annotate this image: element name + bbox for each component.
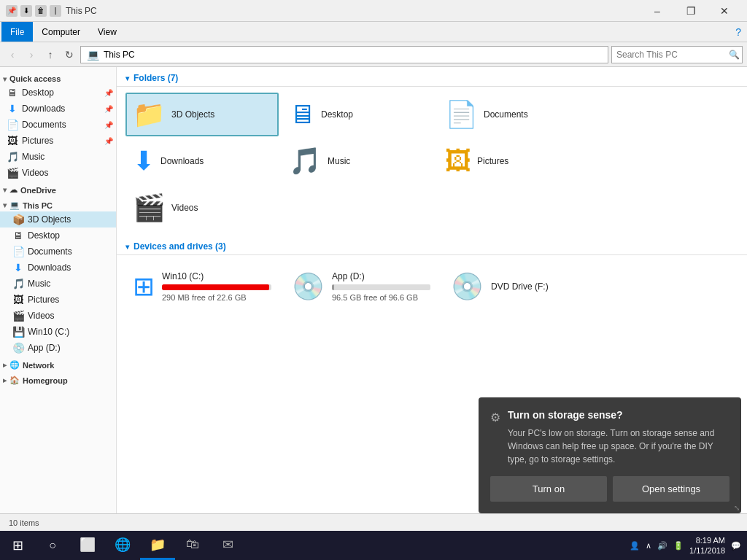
sidebar-group-homegroup[interactable]: ▸ 🏠 Homegroup bbox=[0, 371, 116, 386]
sidebar-group-this-pc[interactable]: ▾ 💻 This PC bbox=[0, 196, 116, 211]
search-icon: 🔍 bbox=[729, 50, 740, 60]
search-button[interactable]: ○ bbox=[35, 531, 70, 560]
tab-computer[interactable]: Computer bbox=[33, 22, 89, 42]
sidebar-item-pc-downloads[interactable]: ⬇ Downloads bbox=[0, 260, 116, 276]
address-path-text: This PC bbox=[104, 50, 135, 60]
sidebar-item-pc-videos[interactable]: 🎬 Videos bbox=[0, 308, 116, 324]
sidebar-item-label: Documents bbox=[28, 246, 72, 257]
volume-icon[interactable]: 🔊 bbox=[657, 541, 667, 551]
drive-d-bar-bg bbox=[332, 284, 430, 290]
tab-file[interactable]: File bbox=[1, 22, 33, 42]
quick-access-label: Quick access bbox=[9, 74, 61, 83]
desktop-folder-icon: 🖥 bbox=[289, 99, 315, 130]
3dobjects-folder-icon: 📁 bbox=[133, 99, 166, 130]
folder-item-pictures[interactable]: 🖼 Pictures bbox=[438, 139, 591, 183]
search-box[interactable]: 🔍 bbox=[611, 46, 743, 63]
downloads-icon: ⬇ bbox=[6, 103, 19, 114]
sidebar-item-videos[interactable]: 🎬 Videos bbox=[0, 165, 116, 181]
quick-access-icon-3[interactable]: 🗑 bbox=[35, 5, 47, 17]
quick-access-icon-1[interactable]: 📌 bbox=[6, 5, 18, 17]
drive-item-f[interactable]: 💿 DVD Drive (F:) bbox=[444, 261, 597, 312]
taskbar-store[interactable]: 🛍 bbox=[175, 531, 210, 560]
taskbar-explorer[interactable]: 📁 bbox=[140, 531, 175, 560]
sidebar-group-quick-access[interactable]: ▾ Quick access bbox=[0, 70, 116, 85]
sidebar: ▾ Quick access 🖥 Desktop 📌 ⬇ Downloads 📌… bbox=[0, 67, 117, 513]
chevron-up-icon[interactable]: ∧ bbox=[646, 541, 651, 551]
sidebar-item-pc-music[interactable]: 🎵 Music bbox=[0, 276, 116, 292]
task-view-button[interactable]: ⬜ bbox=[70, 531, 105, 560]
sidebar-item-label: Videos bbox=[28, 311, 54, 321]
notification-icon[interactable]: 💬 bbox=[731, 541, 741, 551]
help-icon[interactable]: ? bbox=[735, 26, 747, 38]
drives-section-header[interactable]: ▾ Devices and drives (3) bbox=[117, 236, 747, 255]
notif-title: Turn on storage sense? bbox=[508, 409, 729, 421]
folder-label-pictures: Pictures bbox=[477, 156, 508, 166]
date-display: 1/11/2018 bbox=[689, 545, 725, 556]
battery-icon[interactable]: 🔋 bbox=[673, 541, 684, 551]
sidebar-item-downloads[interactable]: ⬇ Downloads 📌 bbox=[0, 101, 116, 117]
pics-folder-icon: 🖼 bbox=[445, 146, 471, 176]
music-icon: 🎵 bbox=[6, 151, 19, 163]
sidebar-item-pc-desktop[interactable]: 🖥 Desktop bbox=[0, 228, 116, 244]
sidebar-group-onedrive[interactable]: ▾ ☁ OneDrive bbox=[0, 181, 116, 196]
sidebar-item-pc-pictures[interactable]: 🖼 Pictures bbox=[0, 292, 116, 308]
pin-indicator: 📌 bbox=[104, 137, 113, 145]
taskbar-right: 👤 ∧ 🔊 🔋 8:19 AM 1/11/2018 💬 bbox=[630, 535, 747, 556]
drive-d-bar-fill bbox=[332, 284, 334, 290]
homegroup-label: Homegroup bbox=[23, 376, 68, 385]
sidebar-item-music[interactable]: 🎵 Music bbox=[0, 149, 116, 165]
forward-button[interactable]: › bbox=[23, 47, 39, 63]
thispc-icon: 💻 bbox=[9, 201, 20, 210]
sidebar-group-network[interactable]: ▸ 🌐 Network bbox=[0, 356, 116, 371]
drive-f-info: DVD Drive (F:) bbox=[491, 281, 589, 292]
turn-on-button[interactable]: Turn on bbox=[490, 476, 607, 502]
window-title: This PC bbox=[66, 6, 97, 16]
maximize-button[interactable]: ❐ bbox=[674, 0, 708, 22]
sidebar-item-thispc[interactable]: 📦 3D Objects bbox=[0, 211, 116, 228]
back-button[interactable]: ‹ bbox=[4, 47, 20, 63]
ddrive-icon: 💿 bbox=[12, 342, 25, 354]
close-button[interactable]: ✕ bbox=[708, 0, 741, 22]
sidebar-item-d-drive[interactable]: 💿 App (D:) bbox=[0, 340, 116, 356]
drives-arrow: ▾ bbox=[125, 243, 129, 251]
win10-drive-icon: ⊞ bbox=[133, 271, 155, 302]
folders-section-header[interactable]: ▾ Folders (7) bbox=[117, 67, 747, 87]
drive-item-c[interactable]: ⊞ Win10 (C:) 290 MB free of 22.6 GB bbox=[125, 261, 279, 312]
folder-label-desktop: Desktop bbox=[321, 109, 353, 120]
address-path[interactable]: 💻 This PC bbox=[80, 46, 608, 63]
tab-view[interactable]: View bbox=[89, 22, 125, 42]
folder-item-videos[interactable]: 🎬 Videos bbox=[125, 186, 279, 230]
sidebar-item-desktop[interactable]: 🖥 Desktop 📌 bbox=[0, 85, 116, 101]
sidebar-item-c-drive[interactable]: 💾 Win10 (C:) bbox=[0, 324, 116, 340]
network-arrow: ▸ bbox=[3, 361, 7, 369]
quick-access-icon-2[interactable]: ⬇ bbox=[20, 5, 32, 17]
network-icon: 🌐 bbox=[9, 360, 20, 370]
store-icon: 🛍 bbox=[186, 537, 199, 552]
minimize-button[interactable]: – bbox=[640, 0, 674, 22]
user-icon[interactable]: 👤 bbox=[630, 541, 640, 551]
thispc-arrow: ▾ bbox=[3, 201, 7, 209]
taskbar-edge[interactable]: 🌐 bbox=[105, 531, 140, 560]
folder-item-downloads[interactable]: ⬇ Downloads bbox=[125, 139, 279, 183]
sidebar-item-label: Downloads bbox=[22, 104, 65, 114]
folder-item-3dobjects[interactable]: 📁 3D Objects bbox=[125, 93, 279, 136]
folder-item-documents[interactable]: 📄 Documents bbox=[438, 93, 591, 136]
search-input[interactable] bbox=[616, 50, 726, 60]
sidebar-item-label: Win10 (C:) bbox=[28, 327, 69, 337]
open-settings-button[interactable]: Open settings bbox=[613, 476, 729, 502]
folder-label-downloads: Downloads bbox=[160, 156, 204, 166]
start-button[interactable]: ⊞ bbox=[0, 531, 35, 560]
sidebar-item-label: Downloads bbox=[28, 262, 71, 273]
taskbar-clock[interactable]: 8:19 AM 1/11/2018 bbox=[689, 535, 725, 556]
pin-indicator: 📌 bbox=[104, 121, 113, 129]
refresh-button[interactable]: ↻ bbox=[61, 47, 77, 63]
sidebar-item-pictures[interactable]: 🖼 Pictures 📌 bbox=[0, 133, 116, 149]
pin-icon[interactable]: | bbox=[50, 5, 61, 17]
folder-item-music[interactable]: 🎵 Music bbox=[282, 139, 435, 183]
taskbar-mail[interactable]: ✉ bbox=[210, 531, 245, 560]
drive-item-d[interactable]: 💿 App (D:) 96.5 GB free of 96.6 GB bbox=[285, 261, 438, 312]
folder-item-desktop[interactable]: 🖥 Desktop bbox=[282, 93, 435, 136]
up-button[interactable]: ↑ bbox=[42, 47, 58, 63]
sidebar-item-documents[interactable]: 📄 Documents 📌 bbox=[0, 117, 116, 133]
sidebar-item-pc-documents[interactable]: 📄 Documents bbox=[0, 244, 116, 260]
